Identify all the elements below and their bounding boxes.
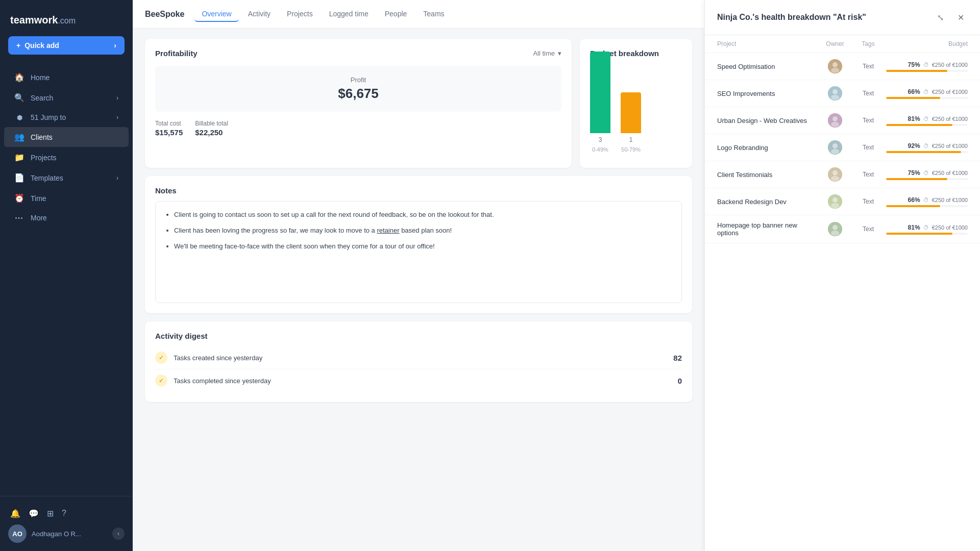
home-icon: 🏠 (14, 72, 24, 82)
activity-row-2: ✓ Tasks completed since yesterday 0 (155, 369, 682, 392)
sidebar-item-label: Clients (31, 133, 53, 141)
main-wrapper: BeeSpoke Overview Overview Activity Proj… (133, 0, 980, 551)
panel-title: Ninja Co.'s health breakdown "At risk" (717, 13, 866, 22)
budget-info: 81% ⏱ €250 of €1000 (908, 224, 968, 231)
svg-point-11 (831, 149, 839, 154)
svg-point-8 (831, 122, 839, 127)
budget-percentage: 92% (908, 142, 920, 149)
logo-suffix: .com (58, 16, 76, 25)
activity-digest-card: Activity digest ✓ Tasks created since ye… (145, 321, 692, 402)
svg-point-16 (832, 197, 838, 203)
row-tags: Text (850, 90, 886, 97)
tab-projects[interactable]: Projects (280, 7, 320, 22)
tab-activity[interactable]: Activity (241, 7, 278, 22)
sidebar-item-projects[interactable]: 📁 Projects (4, 147, 129, 167)
apps-icon[interactable]: ⊞ (47, 509, 54, 518)
jump-to-icon: ⬢ (14, 114, 24, 121)
row-budget: 81% ⏱ €250 of €1000 (886, 115, 968, 126)
sidebar-item-label: Home (31, 73, 50, 82)
chevron-right-icon: › (116, 114, 118, 121)
budget-amount: €250 of €1000 (932, 62, 968, 68)
profitability-title: Profitability (155, 49, 198, 58)
note-item-2: Client has been loving the progress so f… (174, 226, 671, 236)
sidebar-item-label: Time (31, 194, 46, 203)
row-budget: 66% ⏱ €250 of €1000 (886, 88, 968, 99)
sidebar-logo: teamwork.com (0, 0, 133, 36)
chat-icon[interactable]: 💬 (29, 509, 39, 518)
more-icon: ••• (14, 215, 24, 221)
profit-label: Profit (165, 76, 551, 84)
sidebar-item-label: 51 Jump to (31, 113, 66, 121)
column-owner: Owner (820, 40, 850, 47)
avatar (828, 113, 842, 128)
profit-stats: Total cost $15,575 Billable total $22,25… (155, 120, 561, 137)
budget-info: 66% ⏱ €250 of €1000 (908, 196, 968, 204)
tab-teams[interactable]: Teams (416, 7, 451, 22)
row-owner (820, 86, 850, 101)
billable-total-value: $22,250 (195, 128, 223, 137)
sidebar-item-more[interactable]: ••• More (4, 209, 129, 227)
sidebar-item-jump-to[interactable]: ⬢ 51 Jump to › (4, 108, 129, 127)
row-tags: Text (850, 63, 886, 70)
clock-icon: ⏱ (923, 62, 929, 68)
sidebar-item-search[interactable]: 🔍 Search › (4, 88, 129, 108)
budget-bar-group-1: 3 0-49% (590, 52, 610, 153)
time-filter[interactable]: All time ▾ (533, 49, 561, 57)
sidebar-item-home[interactable]: 🏠 Home (4, 67, 129, 87)
panel-row: Client Testimonials Text 75% ⏱ €250 of €… (705, 161, 980, 188)
tab-overview-active[interactable]: Overview (194, 7, 238, 22)
notifications-icon[interactable]: 🔔 (10, 509, 20, 518)
budget-info: 75% ⏱ €250 of €1000 (908, 169, 968, 177)
sidebar-collapse-button[interactable]: ‹ (112, 528, 125, 540)
panel-row: Speed Optimisation Text 75% ⏱ €250 of €1… (705, 53, 980, 80)
budget-bar-fill (886, 151, 961, 153)
sidebar-item-clients[interactable]: 👥 Clients (4, 127, 129, 147)
budget-percentage: 66% (908, 88, 920, 95)
quick-add-chevron-icon: › (114, 41, 116, 49)
row-owner (820, 167, 850, 182)
sidebar-footer: 🔔 💬 ⊞ ? AO Aodhagan O R... ‹ (0, 496, 133, 551)
sidebar-item-time[interactable]: ⏰ Time (4, 188, 129, 208)
clock-icon: ⏱ (923, 170, 929, 176)
row-owner (820, 140, 850, 155)
budget-bar-group-2: 1 50-79% (621, 92, 641, 153)
panel-table-header: Project Owner Tags Budget (705, 35, 980, 53)
top-row: Profitability All time ▾ Profit $6,675 T… (145, 39, 692, 168)
quick-add-button[interactable]: + Quick add › (8, 36, 125, 55)
budget-bar-row (886, 151, 968, 153)
row-tags: Text (850, 144, 886, 151)
tab-people[interactable]: People (378, 7, 414, 22)
close-button[interactable]: ✕ (953, 10, 968, 24)
row-project-name: Client Testimonials (717, 171, 820, 179)
row-tags: Text (850, 171, 886, 178)
svg-point-20 (831, 231, 839, 236)
budget-bar-fill (886, 205, 940, 207)
time-icon: ⏰ (14, 193, 24, 203)
expand-button[interactable]: ⤡ (933, 10, 947, 24)
row-project-name: SEO Improvements (717, 90, 820, 97)
notes-content[interactable]: Client is going to contact us soon to se… (155, 201, 682, 303)
tab-logged-time[interactable]: Logged time (322, 7, 376, 22)
sidebar-item-templates[interactable]: 📄 Templates › (4, 168, 129, 188)
panel-actions: ⤡ ✕ (933, 10, 968, 24)
activity-label-1: Tasks created since yesterday (174, 354, 262, 362)
sidebar-user[interactable]: AO Aodhagan O R... ‹ (8, 524, 125, 543)
panel-row: Urban Design - Web Creatives Text 81% ⏱ … (705, 107, 980, 134)
clock-icon: ⏱ (923, 143, 929, 149)
sidebar-item-label: Projects (31, 154, 57, 162)
budget-percentage: 81% (908, 115, 920, 122)
total-cost-stat: Total cost $15,575 (155, 120, 183, 137)
row-owner (820, 113, 850, 128)
budget-breakdown-card: Budget breakdown 3 0-49% 1 50-79% (580, 39, 692, 168)
help-icon[interactable]: ? (62, 509, 66, 518)
logo-text: teamwork.com (10, 14, 76, 26)
row-project-name: Homepage top banner new options (717, 221, 820, 237)
row-project-name: Logo Rebranding (717, 144, 820, 152)
bar-sublabel-2: 50-79% (621, 146, 641, 153)
budget-bar-row (886, 205, 968, 207)
card-header: Profitability All time ▾ (155, 49, 561, 58)
row-budget: 92% ⏱ €250 of €1000 (886, 142, 968, 153)
row-owner (820, 222, 850, 236)
budget-percentage: 66% (908, 196, 920, 204)
note-item-3: We'll be meeting face-to-face with the c… (174, 241, 671, 252)
